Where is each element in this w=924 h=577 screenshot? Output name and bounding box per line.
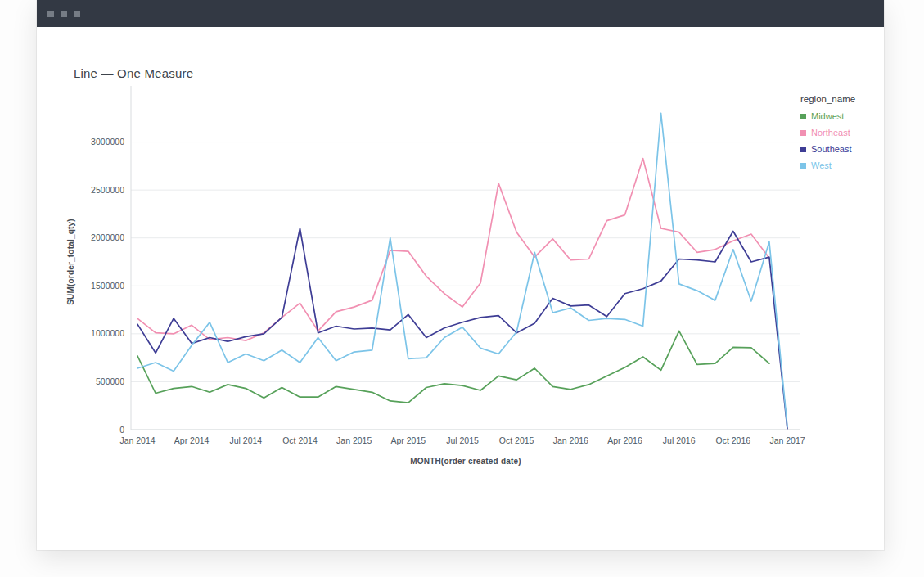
x-axis-tick-label: Oct 2014	[282, 435, 318, 445]
x-axis-tick-label: Oct 2016	[716, 435, 751, 445]
y-axis-tick-label: 500000	[96, 376, 124, 386]
x-axis-tick-label: Jan 2015	[336, 435, 372, 445]
series-line-west[interactable]	[137, 113, 787, 426]
legend-swatch-icon	[800, 147, 806, 152]
line-chart: 0500000100000015000002000000250000030000…	[49, 82, 806, 471]
screenshot-canvas: Line — One Measure 050000010000001500000…	[0, 0, 924, 577]
y-axis-tick-label: 2500000	[91, 185, 124, 195]
y-axis-tick-label: 3000000	[91, 137, 124, 147]
x-axis-tick-label: Jul 2016	[663, 435, 696, 445]
chart-panel: Line — One Measure 050000010000001500000…	[37, 27, 884, 550]
x-axis-tick-label: Apr 2016	[607, 435, 642, 445]
window-titlebar	[37, 0, 884, 27]
window-control-icon[interactable]	[61, 11, 67, 17]
y-axis-tick-label: 0	[119, 425, 124, 435]
legend-swatch-icon	[800, 114, 806, 119]
legend-item-midwest[interactable]: Midwest	[800, 111, 882, 121]
legend-label: Midwest	[811, 111, 844, 121]
x-axis-tick-label: Jan 2016	[553, 435, 588, 445]
x-axis-tick-label: Jan 2017	[769, 435, 805, 445]
legend-item-southeast[interactable]: Southeast	[800, 144, 882, 154]
y-axis-tick-label: 1500000	[91, 281, 124, 291]
y-axis-title: SUM(order_total_qty)	[66, 219, 75, 305]
app-window: Line — One Measure 050000010000001500000…	[37, 0, 884, 550]
legend-item-west[interactable]: West	[800, 160, 882, 170]
x-axis-tick-label: Apr 2015	[391, 435, 426, 445]
series-line-northeast[interactable]	[137, 159, 769, 341]
window-control-icon[interactable]	[74, 11, 80, 17]
legend-swatch-icon	[800, 130, 806, 136]
legend-item-northeast[interactable]: Northeast	[800, 128, 882, 137]
x-axis-tick-label: Oct 2015	[499, 435, 534, 445]
legend: region_name MidwestNortheastSoutheastWes…	[800, 94, 882, 177]
series-line-midwest[interactable]	[137, 331, 769, 403]
x-axis-tick-label: Jul 2015	[446, 435, 479, 445]
series-line-southeast[interactable]	[137, 228, 787, 429]
y-axis-tick-label: 2000000	[91, 232, 124, 242]
window-control-icon[interactable]	[47, 11, 54, 17]
legend-swatch-icon	[800, 163, 806, 169]
legend-label: Northeast	[811, 128, 850, 137]
y-axis-tick-label: 1000000	[91, 328, 124, 338]
legend-label: Southeast	[811, 144, 852, 154]
chart-title: Line — One Measure	[74, 66, 193, 80]
legend-items: MidwestNortheastSoutheastWest	[800, 111, 882, 170]
x-axis-tick-label: Jul 2014	[229, 435, 262, 445]
x-axis-tick-label: Apr 2014	[174, 435, 210, 445]
x-axis-title: MONTH(order created date)	[410, 457, 521, 466]
x-axis-tick-label: Jan 2014	[119, 435, 155, 445]
legend-title: region_name	[800, 94, 882, 104]
legend-label: West	[811, 160, 832, 170]
